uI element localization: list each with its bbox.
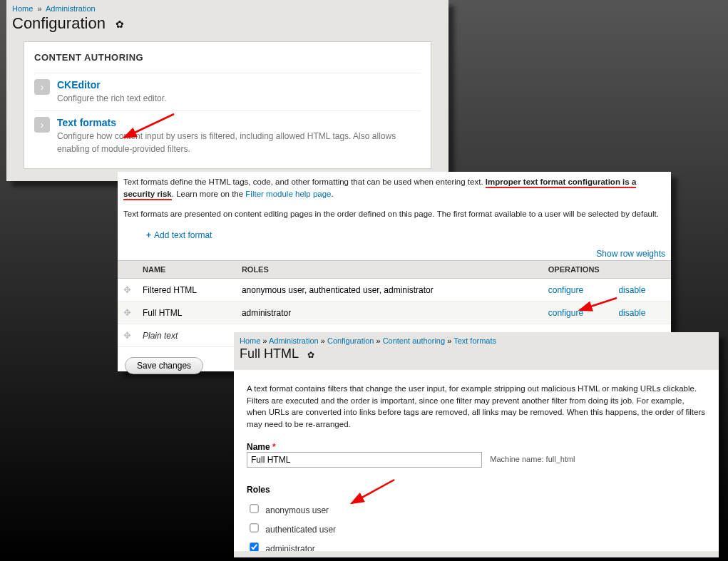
roles-label: Roles <box>247 485 706 495</box>
role-label: anonymous user <box>265 505 329 515</box>
section-title: CONTENT AUTHORING <box>34 52 421 63</box>
ckeditor-link[interactable]: CKEditor <box>57 79 101 91</box>
required-marker: * <box>272 442 276 452</box>
gear-icon[interactable]: ✿ <box>116 19 124 30</box>
chevron-right-icon[interactable]: › <box>34 79 50 95</box>
configure-link[interactable]: configure <box>548 308 583 318</box>
save-changes-button[interactable]: Save changes <box>125 357 203 374</box>
page-title-text: Full HTML <box>240 346 298 361</box>
page-title: Configuration ✿ <box>6 14 448 41</box>
row-roles: anonymous user, authenticated user, admi… <box>236 279 543 302</box>
row-roles: administrator <box>236 302 543 324</box>
role-authenticated-checkbox[interactable] <box>250 523 258 532</box>
breadcrumb: Home » Administration <box>6 0 448 14</box>
row-name: Filtered HTML <box>137 279 236 302</box>
config-item-ckeditor: › CKEditor Configure the rich text edito… <box>34 73 421 110</box>
role-label: authenticated user <box>265 525 336 535</box>
help-pre: Text formats define the HTML tags, code,… <box>123 177 486 186</box>
plus-icon: + <box>146 230 151 240</box>
breadcrumb-content-authoring[interactable]: Content authoring <box>383 336 445 345</box>
content-authoring-section: CONTENT AUTHORING › CKEditor Configure t… <box>24 41 431 169</box>
breadcrumb-administration[interactable]: Administration <box>269 336 319 345</box>
help-text-2: Text formats are presented on content ed… <box>118 204 671 225</box>
breadcrumb: Home » Administration » Configuration » … <box>234 332 719 346</box>
breadcrumb-administration[interactable]: Administration <box>46 4 96 13</box>
show-row-weights-link[interactable]: Show row weights <box>596 249 665 259</box>
disable-link[interactable]: disable <box>618 285 645 295</box>
page-title-text: Configuration <box>12 14 106 32</box>
breadcrumb-sep: » <box>37 4 41 13</box>
row-name: Plain text <box>137 324 236 347</box>
breadcrumb-home[interactable]: Home <box>240 336 260 345</box>
filter-help-link[interactable]: Filter module help page <box>245 190 331 198</box>
config-item-text-formats: › Text formats Configure how content inp… <box>34 110 421 161</box>
text-formats-desc: Configure how content input by users is … <box>57 130 421 155</box>
table-row: ✥ Full HTML administrator configure disa… <box>118 302 671 324</box>
gear-icon[interactable]: ✿ <box>307 350 314 360</box>
breadcrumb-home[interactable]: Home <box>12 4 33 13</box>
col-roles: ROLES <box>236 261 543 279</box>
chevron-right-icon[interactable]: › <box>34 117 50 133</box>
page-title: Full HTML ✿ <box>234 346 719 370</box>
drag-handle-icon[interactable]: ✥ <box>123 307 131 318</box>
name-label: Name * <box>247 442 706 452</box>
configuration-panel: Home » Administration Configuration ✿ CO… <box>6 0 448 181</box>
role-row: anonymous user <box>247 502 706 515</box>
role-row: authenticated user <box>247 521 706 535</box>
role-row: administrator <box>247 540 706 551</box>
row-name: Full HTML <box>137 302 236 324</box>
full-html-edit-panel: Home » Administration » Configuration » … <box>234 332 719 557</box>
breadcrumb-text-formats[interactable]: Text formats <box>453 336 496 345</box>
text-formats-link[interactable]: Text formats <box>57 117 116 128</box>
machine-name: Machine name: full_html <box>490 455 575 463</box>
col-ops: OPERATIONS <box>543 261 671 279</box>
ckeditor-desc: Configure the rich text editor. <box>57 92 421 105</box>
name-field-row: Name * Machine name: full_html <box>247 442 706 468</box>
name-input[interactable] <box>247 452 482 468</box>
breadcrumb-configuration[interactable]: Configuration <box>327 336 374 345</box>
add-text-format: +Add text format <box>118 225 671 246</box>
drag-handle-icon[interactable]: ✥ <box>123 330 131 341</box>
help-text-1: Text formats define the HTML tags, code,… <box>118 172 671 204</box>
disable-link[interactable]: disable <box>618 308 645 318</box>
role-label: administrator <box>265 544 314 551</box>
add-text-format-link[interactable]: +Add text format <box>146 230 212 240</box>
format-description: A text format contains filters that chan… <box>247 383 706 431</box>
role-anonymous-checkbox[interactable] <box>250 504 258 513</box>
help-post: . Learn more on the <box>172 190 246 198</box>
col-name: NAME <box>137 261 236 279</box>
table-row: ✥ Filtered HTML anonymous user, authenti… <box>118 279 671 302</box>
configure-link[interactable]: configure <box>548 285 583 295</box>
drag-handle-icon[interactable]: ✥ <box>123 284 131 295</box>
role-administrator-checkbox[interactable] <box>250 542 258 551</box>
